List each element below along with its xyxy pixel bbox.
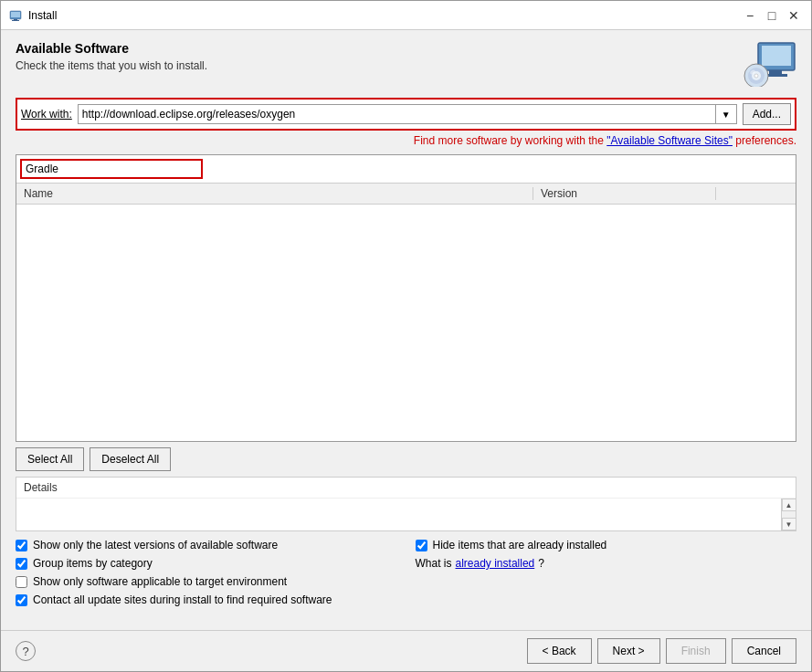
options-section: Show only the latest versions of availab… — [16, 539, 796, 612]
show-latest-checkbox[interactable] — [16, 540, 27, 551]
svg-point-11 — [754, 74, 758, 78]
page-subtitle: Check the items that you wish to install… — [16, 59, 731, 72]
back-button[interactable]: < Back — [527, 638, 592, 664]
scrollbar-up-arrow[interactable]: ▲ — [782, 499, 796, 511]
contact-update-sites-row: Contact all update sites during install … — [16, 593, 397, 606]
work-with-dropdown[interactable]: ▼ — [715, 104, 737, 124]
next-button[interactable]: Next > — [597, 638, 660, 664]
find-more-prefix: Find more software by working with the — [414, 134, 606, 147]
details-body: ▲ ▼ — [16, 499, 796, 530]
footer: ? < Back Next > Finish Cancel — [1, 630, 811, 671]
contact-update-sites-label: Contact all update sites during install … — [33, 593, 332, 606]
window-title: Install — [28, 9, 740, 22]
available-software-sites-link[interactable]: "Available Software Sites" — [606, 134, 733, 147]
find-more-suffix: preferences. — [733, 134, 796, 147]
hide-installed-label: Hide items that are already installed — [433, 539, 607, 551]
title-bar: Install − □ ✕ — [1, 1, 811, 30]
show-latest-label: Show only the latest versions of availab… — [33, 539, 278, 551]
add-button[interactable]: Add... — [743, 103, 791, 125]
work-with-row: Work with: ▼ Add... — [16, 98, 796, 131]
cancel-button[interactable]: Cancel — [732, 638, 796, 664]
details-section: Details ▲ ▼ — [16, 477, 796, 531]
work-with-label: Work with: — [21, 108, 72, 121]
install-window: Install − □ ✕ Available Software Check t… — [0, 0, 812, 672]
group-by-category-checkbox[interactable] — [16, 558, 27, 570]
already-installed-link[interactable]: already installed — [456, 557, 535, 570]
table-header: Name Version — [16, 183, 796, 205]
show-applicable-checkbox[interactable] — [16, 576, 27, 588]
what-is-suffix: ? — [538, 557, 544, 570]
maximize-button[interactable]: □ — [762, 5, 782, 26]
options-right: Hide items that are already installed Wh… — [416, 539, 797, 612]
header-text: Available Software Check the items that … — [16, 41, 731, 72]
what-is-text: What is — [416, 557, 452, 570]
show-latest-row: Show only the latest versions of availab… — [16, 539, 397, 551]
install-icon — [742, 41, 796, 87]
select-all-button[interactable]: Select All — [16, 447, 84, 471]
window-controls: − □ ✕ — [740, 5, 804, 26]
help-button[interactable]: ? — [16, 641, 36, 661]
minimize-button[interactable]: − — [740, 5, 760, 26]
window-icon — [8, 8, 23, 23]
finish-button[interactable]: Finish — [666, 638, 726, 664]
group-by-category-row: Group items by category — [16, 557, 397, 570]
deselect-all-button[interactable]: Deselect All — [90, 447, 171, 471]
footer-buttons: < Back Next > Finish Cancel — [527, 638, 796, 664]
main-content: Available Software Check the items that … — [1, 30, 811, 630]
svg-rect-6 — [769, 70, 782, 74]
page-title: Available Software — [16, 41, 731, 56]
hide-installed-row: Hide items that are already installed — [416, 539, 797, 551]
show-applicable-label: Show only software applicable to target … — [33, 575, 287, 588]
hide-installed-checkbox[interactable] — [416, 540, 427, 551]
table-col-version-header: Version — [533, 187, 715, 200]
scrollbar-down-arrow[interactable]: ▼ — [782, 518, 796, 530]
details-scrollbar: ▲ ▼ — [781, 499, 796, 530]
svg-rect-5 — [762, 46, 791, 66]
table-col-name-header: Name — [24, 187, 533, 200]
details-header: Details — [16, 478, 796, 499]
group-by-category-label: Group items by category — [33, 557, 153, 570]
software-filter-input[interactable] — [20, 159, 203, 179]
select-buttons-row: Select All Deselect All — [16, 442, 796, 477]
work-with-input[interactable] — [78, 104, 716, 124]
software-list-body[interactable] — [16, 205, 796, 441]
already-installed-row: What is already installed ? — [416, 557, 797, 570]
table-col-extra-header — [715, 187, 788, 200]
svg-rect-3 — [12, 20, 19, 21]
show-applicable-row: Show only software applicable to target … — [16, 575, 397, 588]
contact-update-sites-checkbox[interactable] — [16, 594, 27, 606]
close-button[interactable]: ✕ — [784, 5, 804, 26]
software-list-container: Name Version — [16, 154, 796, 442]
svg-rect-1 — [11, 12, 20, 17]
options-left: Show only the latest versions of availab… — [16, 539, 397, 612]
find-more-text: Find more software by working with the "… — [16, 134, 796, 147]
page-header: Available Software Check the items that … — [16, 41, 796, 87]
